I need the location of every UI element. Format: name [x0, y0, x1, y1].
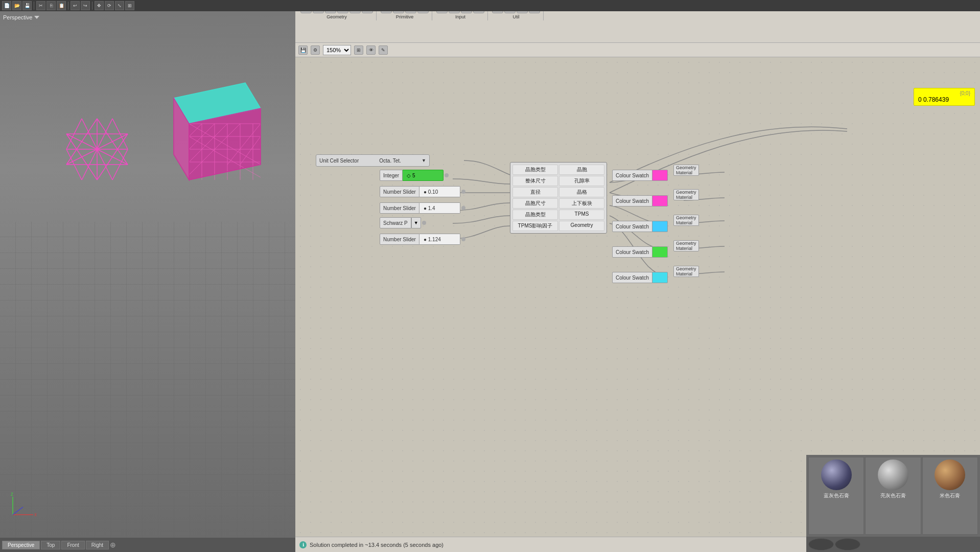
num-slider-1-value[interactable]: ● 0.10 — [419, 186, 460, 197]
tb-copy[interactable]: ⎘ — [46, 1, 56, 10]
colour-swatch-1-label: Colour Swatch — [612, 170, 652, 181]
colour-swatch-1[interactable]: Colour Swatch — [612, 170, 668, 181]
num-slider-3-value[interactable]: ● 1.124 — [419, 234, 460, 245]
num-slider-2-node[interactable]: Number Slider ● 1.4 — [380, 202, 466, 214]
geo-material-3[interactable]: GeometryMaterial — [673, 215, 699, 226]
colour-swatch-3-box[interactable] — [652, 221, 668, 232]
geo-material-1[interactable]: GeometryMaterial — [673, 165, 699, 176]
integer-label: Integer — [380, 170, 403, 181]
material-name-1: 蓝灰色石膏 — [824, 492, 849, 499]
tb-zoom-ext[interactable]: ⊞ — [125, 1, 134, 10]
viewport-tabs[interactable]: Perspective Top Front Right ⊕ — [0, 538, 295, 552]
zoom-select[interactable]: 150% — [323, 45, 351, 55]
material-sphere-1 — [821, 459, 852, 490]
material-sphere-2 — [878, 459, 908, 490]
tb-open[interactable]: 📂 — [12, 1, 21, 10]
geo-mat-2-label: GeometryMaterial — [673, 189, 699, 200]
geo-mat-3-label: GeometryMaterial — [673, 215, 699, 226]
colour-swatch-3[interactable]: Colour Swatch — [612, 221, 668, 232]
tb-new[interactable]: 📄 — [2, 1, 11, 10]
schwarz-dropdown-node[interactable]: Schwarz P ▼ — [380, 217, 427, 228]
schwarz-label: Schwarz P — [380, 217, 411, 228]
main-computation-node[interactable]: 晶胞类型 晶胞 整体尺寸 孔隙率 直径 晶格 晶胞尺寸 上下板块 晶胞类型 TP… — [510, 162, 607, 234]
material-item-2[interactable]: 亮灰色石膏 — [865, 457, 921, 535]
tb-rotate[interactable]: ⟳ — [105, 1, 114, 10]
geo-mat-5-label: GeometryMaterial — [673, 266, 699, 277]
sep2 — [68, 2, 68, 10]
viewport-label-arrow — [34, 16, 39, 19]
schwarz-arrow[interactable]: ▼ — [411, 217, 421, 228]
integer-value[interactable]: ◇ 5 — [403, 170, 444, 181]
pink-cube — [153, 78, 266, 200]
tb-save[interactable]: 💾 — [22, 1, 32, 10]
unit-cell-value: Octa. Tet. — [379, 158, 401, 164]
geo-material-4[interactable]: GeometryMaterial — [673, 240, 699, 251]
3d-viewport[interactable]: Perspective — [0, 11, 295, 538]
unit-cell-selector-node[interactable]: Unit Cell Selector Octa. Tet. ▼ — [316, 154, 430, 167]
tb-cut[interactable]: ✂ — [36, 1, 45, 10]
status-info-icon: ℹ — [299, 541, 307, 548]
material-panel: 蓝灰色石膏 亮灰色石膏 米色石膏 — [806, 455, 980, 537]
material-name-2: 亮灰色石膏 — [880, 492, 906, 499]
cell-porosity: 孔隙率 — [559, 176, 604, 186]
num-slider-3-label: Number Slider — [380, 234, 419, 245]
tb-undo[interactable]: ↩ — [71, 1, 80, 10]
colour-swatch-1-box[interactable] — [652, 170, 668, 181]
colour-swatch-2-box[interactable] — [652, 195, 668, 206]
geo-material-2[interactable]: GeometryMaterial — [673, 189, 699, 200]
save-canvas-btn[interactable]: 💾 — [298, 45, 308, 55]
primitive-label: Primitive — [396, 14, 414, 19]
tb-move[interactable]: ✥ — [95, 1, 104, 10]
colour-swatch-4-box[interactable] — [652, 246, 668, 258]
tab-front[interactable]: Front — [61, 541, 84, 549]
tb-paste[interactable]: 📋 — [57, 1, 66, 10]
integer-node[interactable]: Integer ◇ 5 — [380, 170, 450, 181]
colour-swatch-2-label: Colour Swatch — [612, 195, 652, 206]
main-node-grid: 晶胞类型 晶胞 整体尺寸 孔隙率 直径 晶格 晶胞尺寸 上下板块 晶胞类型 TP… — [510, 163, 606, 233]
cell-tpms-label: TPMS — [559, 210, 604, 220]
tb-redo[interactable]: ↪ — [81, 1, 90, 10]
input-label: Input — [455, 14, 465, 19]
material-item-1[interactable]: 蓝灰色石膏 — [808, 457, 864, 535]
sep1 — [34, 2, 34, 10]
num-slider-2-output — [461, 206, 465, 210]
yellow-display-node[interactable]: {0;0} 0 0.786439 — [914, 88, 975, 106]
main-toolbar[interactable]: 📄 📂 💾 ✂ ⎘ 📋 ↩ ↪ ✥ ⟳ ⤡ ⊞ — [0, 0, 980, 11]
canvas-settings-btn[interactable]: ⚙ — [311, 45, 320, 55]
colour-swatch-5-box[interactable] — [652, 272, 668, 283]
cell-plate: 上下板块 — [559, 198, 604, 209]
tab-top[interactable]: Top — [41, 541, 60, 549]
nav-btn-1[interactable]: 👁 — [366, 45, 376, 55]
sep3 — [92, 2, 92, 10]
num-slider-1-output — [461, 190, 465, 194]
colour-swatch-5-label: Colour Swatch — [612, 272, 652, 283]
num-slider-3-node[interactable]: Number Slider ● 1.124 — [380, 234, 466, 245]
tab-right[interactable]: Right — [86, 541, 109, 549]
add-viewport-btn[interactable]: ⊕ — [110, 541, 116, 549]
material-item-3[interactable]: 米色石膏 — [922, 457, 978, 535]
material-preview-5 — [835, 538, 860, 550]
colour-swatch-2[interactable]: Colour Swatch — [612, 195, 668, 206]
num-slider-1-node[interactable]: Number Slider ● 0.10 — [380, 186, 466, 197]
cell-overall-size: 整体尺寸 — [512, 176, 558, 186]
colour-swatch-5[interactable]: Colour Swatch — [612, 272, 668, 283]
material-sphere-3 — [935, 459, 965, 490]
num-slider-1-label: Number Slider — [380, 186, 419, 197]
geo-mat-1-label: GeometryMaterial — [673, 165, 699, 176]
tab-perspective[interactable]: Perspective — [2, 541, 40, 549]
geo-material-5[interactable]: GeometryMaterial — [673, 266, 699, 277]
viewport-label[interactable]: Perspective — [3, 14, 39, 20]
nav-btn-2[interactable]: ✎ — [379, 45, 388, 55]
colour-swatch-4[interactable]: Colour Swatch — [612, 246, 668, 258]
num-slider-2-value[interactable]: ● 1.4 — [419, 202, 460, 214]
tb-scale[interactable]: ⤡ — [115, 1, 124, 10]
wireframe-star — [61, 113, 133, 185]
fit-canvas-btn[interactable]: ⊞ — [354, 45, 363, 55]
cell-lattice: 晶格 — [559, 187, 604, 197]
material-name-3: 米色石膏 — [940, 492, 960, 499]
material-preview-4 — [808, 538, 834, 550]
svg-line-41 — [13, 507, 23, 515]
viewport-grid — [0, 222, 295, 538]
yellow-display-header: {0;0} — [918, 90, 970, 96]
cell-diameter: 直径 — [512, 187, 558, 197]
